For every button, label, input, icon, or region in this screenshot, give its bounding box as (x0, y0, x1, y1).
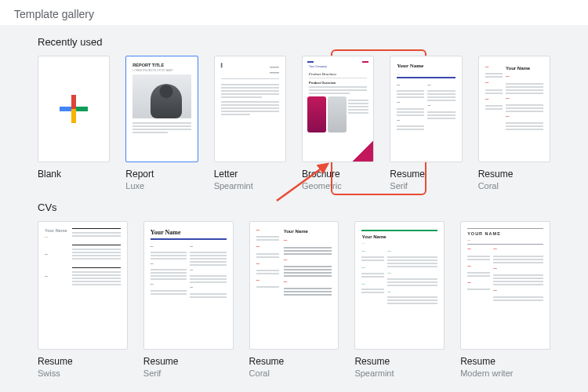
row-cvs: Your Name — — — Resume Sw (14, 221, 574, 378)
template-name: Resume (354, 356, 445, 367)
thumb-letter[interactable]: ▌▁▁▁▁▁▁ (214, 56, 286, 162)
thumb-spearmint-cv[interactable]: Your Name — — — — — — — (354, 221, 445, 350)
template-name: Resume (478, 169, 550, 180)
preview-your-name: Your Name (506, 65, 543, 71)
thumb-swiss[interactable]: Your Name — — — (38, 221, 128, 350)
template-sub: Coral (478, 181, 550, 191)
preview-report-sub: LOREM IPSUM DOLOR SIT AMET (132, 69, 191, 73)
thumb-resume-coral[interactable]: — — — Your Name — — (478, 56, 550, 162)
template-sub: Serif (390, 181, 462, 191)
gallery-body: Recently used Blank REPORT TITLE (0, 25, 588, 392)
preview-brochure-overview: Product Overview (309, 81, 367, 85)
template-name: Brochure (302, 169, 374, 180)
template-card-report: REPORT TITLE LOREM IPSUM DOLOR SIT AMET … (125, 56, 198, 191)
template-card-letter: ▌▁▁▁▁▁▁ Letter Spearmint (214, 56, 286, 191)
preview-brochure-company: Your Company (309, 65, 367, 68)
row-recent: Blank REPORT TITLE LOREM IPSUM DOLOR SIT… (14, 56, 574, 191)
preview-your-name: Your Name (397, 63, 455, 71)
template-name: Resume (143, 356, 234, 367)
thumb-blank[interactable] (38, 56, 110, 162)
thumb-report[interactable]: REPORT TITLE LOREM IPSUM DOLOR SIT AMET (125, 56, 198, 162)
template-card-resume-coral: — — — Your Name — — (478, 56, 550, 191)
template-card-resume-serif: Your Name — — — — — — (390, 56, 462, 191)
preview-report-title: REPORT TITLE (132, 63, 191, 69)
template-sub: Modern writer (460, 368, 550, 378)
template-sub: Geometric (302, 181, 374, 191)
thumb-serif-cv[interactable]: Your Name — — — — — — (143, 221, 234, 350)
template-sub: Swiss (38, 368, 128, 378)
template-card-modern-writer: YOUR NAME — — — — — — — (460, 221, 550, 378)
thumb-modern-writer[interactable]: YOUR NAME — — — — — — — (460, 221, 550, 350)
template-sub: Spearmint (354, 368, 445, 378)
section-title-recent: Recently used (14, 25, 574, 56)
template-card-blank: Blank (38, 56, 110, 191)
thumb-resume-serif[interactable]: Your Name — — — — — — (390, 56, 462, 162)
template-name: Resume (390, 169, 462, 180)
template-card-swiss: Your Name — — — Resume Sw (38, 221, 128, 378)
template-sub: Spearmint (214, 181, 286, 191)
preview-brochure-title: Product Brochure (309, 72, 367, 76)
thumb-brochure[interactable]: Your Company Product Brochure Product Ov… (302, 56, 374, 162)
page-header: Template gallery (0, 0, 588, 25)
plus-icon (60, 95, 88, 123)
template-card-brochure: Your Company Product Brochure Product Ov… (302, 56, 374, 191)
template-sub: Coral (249, 368, 339, 378)
template-sub: Luxe (125, 181, 198, 191)
template-name: Report (125, 169, 198, 180)
template-card-spearmint-cv: Your Name — — — — — — — (354, 221, 445, 378)
template-card-serif-cv: Your Name — — — — — — Resume Serif (143, 221, 234, 378)
template-name: Letter (214, 169, 286, 180)
section-title-cvs: CVs (14, 191, 574, 221)
template-sub: Serif (143, 368, 234, 378)
page-title: Template gallery (14, 8, 94, 20)
thumb-coral-cv[interactable]: — — — — Your Name — — — (249, 221, 339, 350)
template-name: Resume (460, 356, 550, 367)
template-name: Resume (38, 356, 128, 367)
template-name: Blank (38, 169, 110, 180)
template-card-coral-cv: — — — — Your Name — — — Resume Coral (249, 221, 339, 378)
template-name: Resume (249, 356, 339, 367)
